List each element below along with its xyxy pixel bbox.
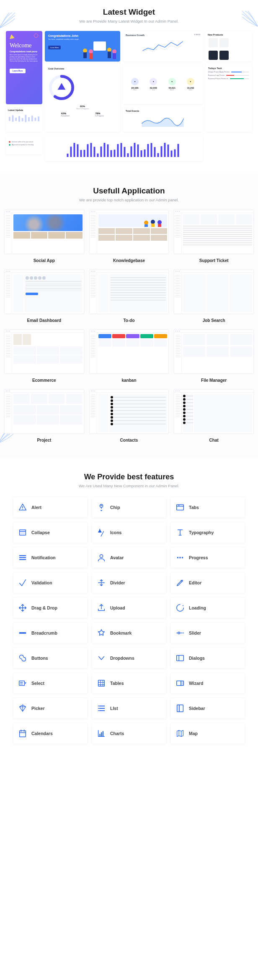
feature-charts[interactable]: Charts [92,723,166,743]
svg-rect-33 [104,143,106,157]
feature-sidebar[interactable]: Sidebar [171,698,245,718]
slider-icon [175,628,185,638]
picker-icon [18,704,27,713]
app-thumbnail[interactable] [89,329,169,374]
feature-buttons[interactable]: Buttons [13,648,87,668]
welcome-button[interactable]: Learn More [10,69,26,73]
app-label: Contacts [89,438,169,442]
app-thumbnail[interactable] [4,210,84,254]
task-bar [230,78,249,79]
svg-rect-22 [67,154,69,157]
triangle-icon [9,34,15,39]
feature-typography[interactable]: Typography [171,522,245,543]
app-thumbnail[interactable] [174,270,254,314]
product-thumb[interactable] [209,38,218,47]
feature-select[interactable]: Select [13,673,87,693]
feature-dialogs[interactable]: Dialogs [171,648,245,668]
products-widget: New Products [205,31,252,62]
feature-divider[interactable]: Divider [92,573,166,593]
feature-progress[interactable]: Progress [171,548,245,568]
feature-list[interactable]: LIst [92,698,166,718]
stat-value: 62,000 [150,87,157,89]
feature-notification[interactable]: Notification [13,548,87,568]
svg-point-67 [177,557,179,558]
goal-title: Goal Overview [48,67,117,70]
bar-chart-widget [45,137,203,161]
feature-label: Chip [110,505,120,510]
app-thumbnail[interactable] [4,270,84,314]
app-cell: Ecommerce [4,329,84,383]
feature-label: Wizard [189,681,203,686]
feature-avatar[interactable]: Avatar [92,548,166,568]
congrats-widget: Congratulations John You have completed … [45,31,120,62]
tabs-icon [175,503,185,512]
feature-label: Buttons [31,656,48,661]
feature-map[interactable]: Map [171,723,245,743]
svg-point-60 [157,220,162,224]
feature-editor[interactable]: Editor [171,573,245,593]
feature-dragdrop[interactable]: Drag & Drop [13,598,87,618]
icons-icon [97,528,106,537]
feature-icons[interactable]: Icons [92,522,166,543]
app-thumbnail[interactable] [174,329,254,374]
welcome-headline: Congratulations mark jecno [10,50,39,53]
app-label: Email Dashboard [4,318,84,323]
svg-point-71 [178,632,180,634]
feature-label: Validation [31,580,52,585]
svg-rect-23 [70,147,72,157]
app-thumbnail[interactable] [174,210,254,254]
stat-value: 84,585 [131,87,139,89]
feature-chip[interactable]: Chip [92,497,166,517]
app-cell: Knowledgebase [89,210,169,263]
product-thumb[interactable] [209,51,218,60]
svg-point-5 [107,48,111,52]
app-cell: Email Dashboard [4,270,84,323]
feature-loading[interactable]: Loading [171,598,245,618]
app-thumbnail[interactable] [89,389,169,434]
feature-slider[interactable]: Slider [171,623,245,643]
svg-rect-15 [18,116,20,121]
svg-rect-47 [151,143,152,157]
svg-rect-27 [84,150,85,157]
product-thumb[interactable] [219,38,229,47]
task-bar [231,72,249,72]
feature-picker[interactable]: Picker [13,698,87,718]
app-thumbnail[interactable] [89,270,169,314]
stat-name: Earn [131,89,139,91]
feature-calendars[interactable]: Calendars [13,723,87,743]
feature-tabs[interactable]: Tabs [171,497,245,517]
stat-name: Month [168,89,176,91]
product-thumb[interactable] [219,51,229,60]
bar-chart-icon [48,140,199,158]
svg-rect-4 [89,53,93,59]
app-label: Social App [4,258,84,263]
feature-validation[interactable]: Validation [13,573,87,593]
list-icon [97,704,106,713]
feature-wizard[interactable]: Wizard [171,673,245,693]
growth-title: Business Growth [126,34,200,36]
feature-bookmark[interactable]: Bookmark [92,623,166,643]
feature-label: Breadcrumb [31,630,57,635]
section1-subtitle: We are Provide Many Latest Widget In our… [6,19,252,23]
select-icon [18,679,27,688]
growth-chart-icon [126,39,200,54]
app-thumbnail[interactable] [174,389,254,434]
app-cell: Project [4,389,84,442]
feature-breadcrumb[interactable]: Breadcrumb [13,623,87,643]
app-label: Chat [174,438,254,442]
app-thumbnail[interactable] [4,329,84,374]
congrats-button[interactable]: Learn More [48,46,61,49]
svg-rect-82 [103,731,103,737]
feature-upload[interactable]: Upload [92,598,166,618]
latest-update-widget: Latest Update [6,107,42,132]
svg-point-56 [144,221,148,225]
feature-dropdowns[interactable]: Dropdowns [92,648,166,668]
svg-rect-30 [94,147,95,157]
feature-alert[interactable]: Alert [13,497,87,517]
feature-collapse[interactable]: Collapse [13,522,87,543]
app-thumbnail[interactable] [89,210,169,254]
svg-rect-54 [174,149,176,157]
app-thumbnail[interactable] [4,389,84,434]
features-section: We Provide best features We Are Used Man… [0,458,258,762]
feature-tables[interactable]: Tables [92,673,166,693]
